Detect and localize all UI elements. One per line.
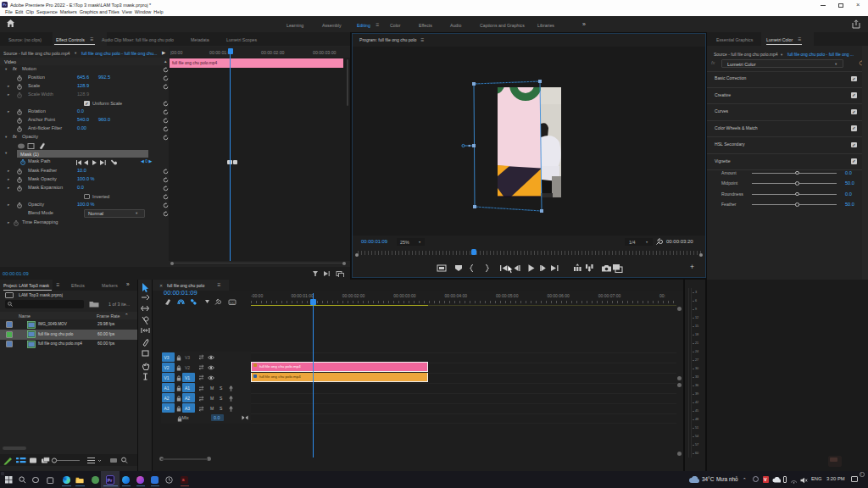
svg-text:CC: CC bbox=[230, 301, 235, 305]
